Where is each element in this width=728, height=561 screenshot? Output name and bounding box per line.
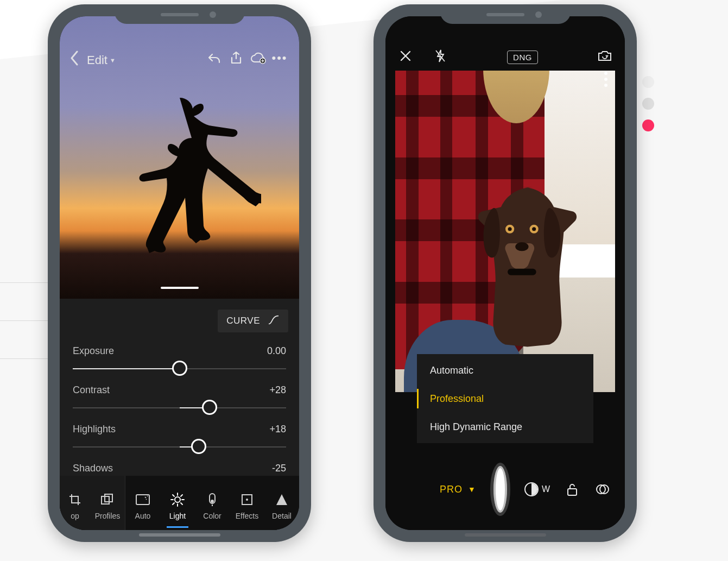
color-icon xyxy=(205,492,220,507)
mode-item-professional[interactable]: Professional xyxy=(417,384,593,413)
slider-knob[interactable] xyxy=(191,439,206,454)
back-button[interactable] xyxy=(65,49,84,67)
indicator-dot[interactable] xyxy=(642,98,654,110)
camera-bottom-bar: PRO ▼ W xyxy=(385,449,625,530)
indicator-dot[interactable] xyxy=(642,76,654,88)
slider-track[interactable] xyxy=(73,438,286,455)
indicator-dot-active[interactable] xyxy=(642,119,654,131)
svg-point-13 xyxy=(515,242,528,251)
carousel-indicator[interactable] xyxy=(642,76,654,131)
phone-notch xyxy=(440,4,571,24)
svg-point-12 xyxy=(532,227,536,231)
photo-subject-silhouette xyxy=(98,92,261,261)
flash-toggle[interactable] xyxy=(432,48,448,64)
svg-point-6 xyxy=(211,500,214,503)
slider-knob[interactable] xyxy=(172,361,187,376)
format-badge[interactable]: DNG xyxy=(507,51,538,64)
svg-point-11 xyxy=(508,227,511,231)
slider-exposure[interactable]: Exposure0.00 xyxy=(73,345,286,384)
auto-icon xyxy=(135,492,150,507)
camera-header: DNG xyxy=(385,16,625,71)
tab-label: Detail xyxy=(272,512,292,520)
tab-label: Auto xyxy=(135,512,151,520)
tab-label: Effects xyxy=(236,512,259,520)
phone-notch xyxy=(115,4,245,24)
svg-point-8 xyxy=(246,499,248,501)
tab-effects[interactable]: Effects xyxy=(230,476,264,530)
header-title-dropdown[interactable]: Edit ▼ xyxy=(87,53,116,67)
effects-icon xyxy=(239,492,255,507)
triangle-down-icon: ▼ xyxy=(110,57,116,64)
slider-label: Shadows xyxy=(73,463,113,474)
slider-knob[interactable] xyxy=(202,400,217,415)
phone-camera: DNG xyxy=(374,4,637,542)
slider-value: +18 xyxy=(269,424,286,435)
curve-icon xyxy=(268,314,280,329)
header-title: Edit xyxy=(87,53,107,67)
profiles-icon xyxy=(100,492,115,507)
close-button[interactable] xyxy=(397,48,414,64)
slider-label: Contrast xyxy=(73,384,110,396)
filter-button[interactable] xyxy=(594,481,611,497)
slider-track[interactable] xyxy=(73,399,286,415)
slider-label: Exposure xyxy=(73,345,114,357)
white-balance-label: W xyxy=(542,484,550,494)
chevron-down-icon: ▼ xyxy=(468,485,476,494)
mode-selector[interactable]: PRO ▼ xyxy=(440,484,476,495)
svg-rect-14 xyxy=(508,269,536,275)
tab-auto[interactable]: Auto xyxy=(125,476,160,530)
panel-drag-handle[interactable] xyxy=(161,287,199,289)
tab-crop[interactable]: op xyxy=(60,476,90,530)
slider-value: 0.00 xyxy=(267,345,286,357)
tab-profiles[interactable]: Profiles xyxy=(90,476,125,530)
light-icon xyxy=(170,492,185,507)
home-indicator[interactable] xyxy=(139,533,220,537)
background-line xyxy=(0,320,50,321)
slider-value: +28 xyxy=(269,384,286,396)
curve-button[interactable]: CURVE xyxy=(218,310,288,332)
svg-rect-15 xyxy=(568,489,577,495)
switch-camera-button[interactable] xyxy=(597,48,613,64)
white-balance-icon xyxy=(524,482,539,496)
tab-detail[interactable]: Detail xyxy=(264,476,299,530)
editor-header: Edit ▼ ••• xyxy=(60,16,299,74)
mode-item-hdr[interactable]: High Dynamic Range xyxy=(417,413,593,441)
tab-label: op xyxy=(71,512,79,520)
share-button[interactable] xyxy=(225,49,247,67)
background-line xyxy=(0,282,50,283)
tab-light[interactable]: Light xyxy=(160,476,195,530)
detail-icon xyxy=(274,492,289,507)
tab-label: Light xyxy=(169,512,186,520)
cloud-add-button[interactable] xyxy=(247,49,269,67)
slider-label: Highlights xyxy=(73,424,116,435)
slider-highlights[interactable]: Highlights+18 xyxy=(73,424,286,463)
camera-viewfinder[interactable] xyxy=(395,64,615,392)
white-balance-button[interactable]: W xyxy=(524,482,550,496)
lock-button[interactable] xyxy=(564,481,580,497)
phone-editor: Edit ▼ ••• CURVE xyxy=(48,4,311,542)
curve-label: CURVE xyxy=(226,316,260,326)
camera-mode-menu: Automatic Professional High Dynamic Rang… xyxy=(417,354,593,443)
home-indicator[interactable] xyxy=(465,533,546,537)
slider-value: -25 xyxy=(272,463,286,474)
crop-icon xyxy=(67,492,83,507)
slider-track[interactable] xyxy=(73,360,286,376)
slider-contrast[interactable]: Contrast+28 xyxy=(73,384,286,424)
editor-toolbar: op Profiles Auto Light xyxy=(60,476,299,530)
undo-button[interactable] xyxy=(204,49,225,67)
shutter-button[interactable] xyxy=(490,463,510,516)
background-line xyxy=(0,358,48,359)
light-panel: CURVE Exposure0.00 xyxy=(60,299,299,530)
viewfinder-overlay-dots[interactable] xyxy=(604,72,607,87)
mode-item-automatic[interactable]: Automatic xyxy=(417,356,593,384)
tab-color[interactable]: Color xyxy=(195,476,230,530)
more-button[interactable]: ••• xyxy=(269,49,290,67)
svg-point-4 xyxy=(175,497,180,502)
tab-label: Color xyxy=(203,512,221,520)
mode-label-text: PRO xyxy=(440,484,463,495)
tab-label: Profiles xyxy=(95,512,121,520)
